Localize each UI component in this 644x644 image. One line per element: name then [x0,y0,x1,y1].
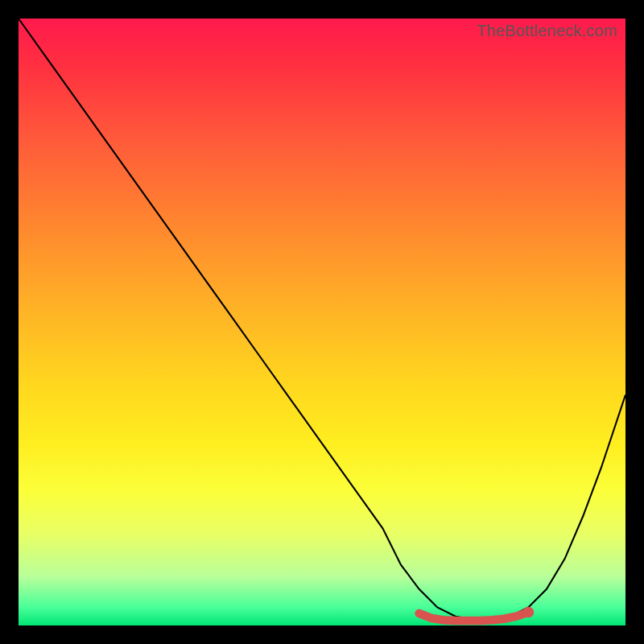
chart-frame: TheBottleneck.com [0,0,644,644]
curve-layer [19,19,625,619]
bottleneck-curve [19,19,625,619]
marker-layer [419,607,535,621]
marker-end-dot [523,607,535,618]
plot-area: TheBottleneck.com [19,19,625,625]
chart-svg [19,19,625,625]
optimal-range-marker [419,612,529,621]
